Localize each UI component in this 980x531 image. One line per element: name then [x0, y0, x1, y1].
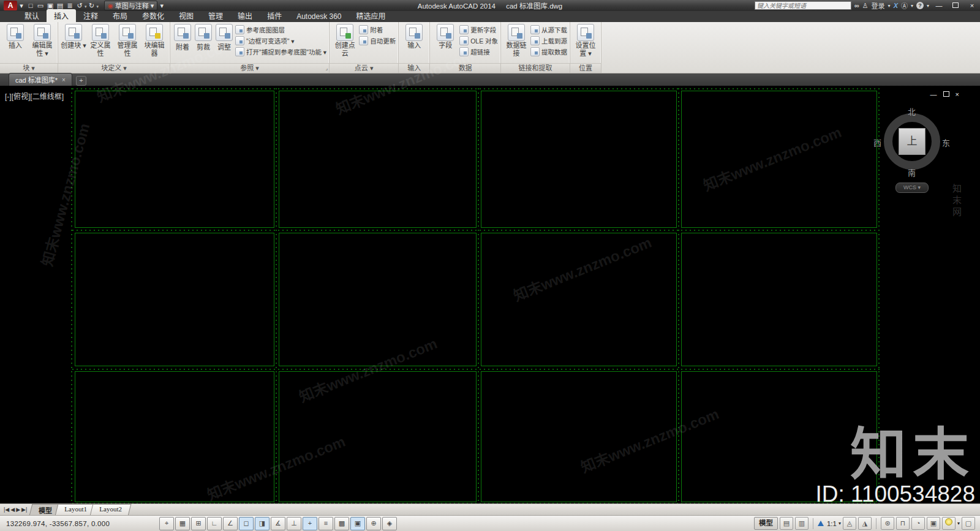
ribbon-panel-label[interactable]: 点云 ▾: [330, 63, 398, 73]
infocenter-search-input[interactable]: [755, 1, 851, 10]
sign-in-label[interactable]: 登录: [872, 1, 885, 10]
toggle-object-snap-tracking[interactable]: ∡: [271, 517, 285, 530]
autocad-logo-icon[interactable]: A: [4, 1, 17, 10]
ribbon-row-从源下载[interactable]: 从源下载: [530, 25, 567, 34]
signin-dropdown-icon[interactable]: ▾: [888, 3, 891, 9]
ribbon-button-字段[interactable]: 字段: [432, 24, 458, 50]
doc-close-icon[interactable]: ×: [956, 91, 959, 98]
ribbon-tab-布局[interactable]: 布局: [105, 9, 135, 22]
ribbon-row-"边框可变选项" ▾[interactable]: "边框可变选项" ▾: [235, 36, 326, 45]
ribbon-button-块编辑器[interactable]: 块编辑器: [141, 24, 167, 57]
ribbon-button-管理属性[interactable]: 管理属性: [115, 24, 140, 57]
ribbon-tab-默认[interactable]: 默认: [17, 9, 47, 22]
ribbon-tab-注释[interactable]: 注释: [76, 9, 105, 22]
toggle-transparency[interactable]: ▩: [334, 517, 349, 530]
communication-center-icon[interactable]: Ⓐ: [901, 1, 908, 10]
ribbon-row-超链接[interactable]: 超链接: [459, 47, 498, 56]
ribbon-panel-label[interactable]: 位置: [570, 63, 601, 73]
toggle-snap-mode[interactable]: ▦: [175, 517, 190, 530]
toggle-grid-display[interactable]: ⊞: [191, 517, 206, 530]
save-icon[interactable]: ▣: [45, 1, 55, 10]
ribbon-button-附着[interactable]: 附着: [173, 24, 192, 51]
ribbon-tab-视图[interactable]: 视图: [172, 9, 201, 22]
plot-icon[interactable]: ≣: [65, 1, 75, 10]
viewcube[interactable]: 上 北 南 西 东: [878, 108, 946, 175]
toggle-ortho-mode[interactable]: ∟: [207, 517, 222, 530]
ribbon-tab-输出[interactable]: 输出: [230, 9, 260, 22]
help-dropdown-icon[interactable]: ▾: [927, 3, 929, 9]
open-file-icon[interactable]: ▭: [36, 1, 45, 10]
toggle-object-snap[interactable]: ◻: [239, 517, 254, 530]
ribbon-panel-label[interactable]: 输入: [399, 63, 429, 73]
ribbon-button-创建块[interactable]: 创建块 ▾: [61, 24, 86, 50]
ribbon-row-OLE 对象[interactable]: OLE 对象: [459, 36, 498, 45]
signin-icon[interactable]: ♙: [862, 2, 869, 10]
ribbon-button-调整[interactable]: 调整: [214, 24, 234, 51]
file-tab-close-icon[interactable]: ×: [62, 77, 66, 83]
ribbon-button-创建点云[interactable]: 创建点云: [332, 24, 358, 57]
viewcube-south[interactable]: 南: [908, 167, 916, 178]
toggle-selection-cycling[interactable]: ⊕: [366, 517, 381, 530]
ribbon-button-设置位置[interactable]: 设置位置 ▾: [573, 24, 598, 57]
ribbon-row-上载到源[interactable]: 上载到源: [530, 36, 567, 45]
close-icon[interactable]: ×: [965, 2, 979, 9]
layout-preview-icon[interactable]: ▥: [795, 517, 809, 530]
ribbon-tab-插件[interactable]: 插件: [260, 9, 289, 22]
ribbon-panel-label[interactable]: 块定义 ▾: [58, 63, 170, 73]
ribbon-button-输入[interactable]: 输入: [401, 24, 427, 50]
toggle-lineweight[interactable]: ≡: [318, 517, 333, 530]
toggle-dynamic-ucs[interactable]: ⊥: [287, 517, 301, 530]
model-space-button[interactable]: 模型: [754, 517, 778, 530]
toolbar-lock-icon[interactable]: ⊓: [896, 517, 910, 530]
ribbon-panel-label[interactable]: 块 ▾: [0, 63, 58, 73]
performance-icon[interactable]: ◔: [911, 517, 925, 530]
clean-screen-icon[interactable]: ▢: [962, 517, 975, 530]
ribbon-row-提取数据[interactable]: 提取数据: [530, 47, 567, 56]
layout-tab-Layout2[interactable]: Layout2: [90, 504, 131, 516]
qat-dropdown-icon[interactable]: ▾: [159, 1, 164, 10]
ribbon-button-编辑属性[interactable]: 编辑属性 ▾: [29, 24, 55, 57]
ribbon-panel-label[interactable]: 数据: [430, 63, 500, 73]
layout-icon[interactable]: ▤: [780, 517, 793, 530]
new-file-icon[interactable]: □: [26, 1, 36, 10]
doc-restore-icon[interactable]: [943, 91, 949, 98]
wcs-menu[interactable]: WCS ▾: [895, 183, 929, 193]
annotation-scale-dropdown-icon[interactable]: ▾: [839, 521, 841, 526]
annotation-scale-value[interactable]: 1:1: [827, 520, 837, 527]
ribbon-button-数据链接[interactable]: 数据链接: [503, 24, 529, 57]
restore-icon[interactable]: [949, 2, 962, 9]
toggle-annotation-monitor[interactable]: ◈: [382, 517, 397, 530]
ribbon-row-更新字段[interactable]: 更新字段: [459, 25, 498, 34]
ribbon-panel-label[interactable]: 参照 ▾⌟: [170, 63, 329, 73]
panel-launcher-icon[interactable]: ⌟: [325, 64, 328, 73]
undo-icon[interactable]: ↺: [75, 1, 85, 10]
isolate-objects-icon[interactable]: [942, 517, 956, 530]
ribbon-row-附着[interactable]: 附着: [359, 25, 396, 34]
comm-dropdown-icon[interactable]: ▾: [911, 3, 913, 9]
drawing-canvas[interactable]: [-][俯视][二维线框] — × 上 北 南 西 东 WCS ▾ 知末 ID:…: [0, 86, 980, 503]
ribbon-row-打开"捕捉到参考底图"功能 ▾[interactable]: 打开"捕捉到参考底图"功能 ▾: [235, 47, 326, 56]
annotation-visibility-icon[interactable]: ◬: [843, 517, 856, 530]
search-icon[interactable]: ∞: [854, 2, 859, 9]
toggle-quick-properties[interactable]: ▣: [350, 517, 365, 530]
ribbon-tab-插入[interactable]: 插入: [47, 9, 76, 22]
ribbon-button-定义属性[interactable]: 定义属性: [88, 24, 113, 57]
help-icon[interactable]: ?: [916, 2, 924, 9]
exchange-apps-icon[interactable]: X: [894, 2, 898, 9]
hardware-accel-icon[interactable]: ▣: [927, 517, 940, 530]
workspace-switching-icon[interactable]: ⊛: [881, 517, 894, 530]
minimize-icon[interactable]: —: [932, 2, 946, 9]
layout-tab-nav[interactable]: |◀◀▶▶|: [0, 507, 31, 513]
redo-icon-dropdown[interactable]: ▾: [97, 4, 99, 9]
redo-icon[interactable]: ↻: [87, 1, 97, 10]
logo-dropdown-icon[interactable]: ▾: [19, 1, 24, 10]
ribbon-button-剪裁[interactable]: 剪裁: [194, 24, 213, 51]
autoscale-icon[interactable]: ◮: [858, 517, 872, 530]
new-drawing-tab-icon[interactable]: +: [76, 76, 86, 86]
status-dropdown-icon[interactable]: ▾: [957, 521, 960, 526]
ribbon-panel-label[interactable]: 链接和提取: [501, 63, 570, 73]
toggle-3d-object-snap[interactable]: ◨: [255, 517, 270, 530]
viewcube-top-face[interactable]: 上: [899, 128, 925, 155]
file-tab[interactable]: cad 标准图库* ×: [9, 73, 72, 86]
toggle-infer-constraints[interactable]: ⌖: [159, 517, 174, 530]
